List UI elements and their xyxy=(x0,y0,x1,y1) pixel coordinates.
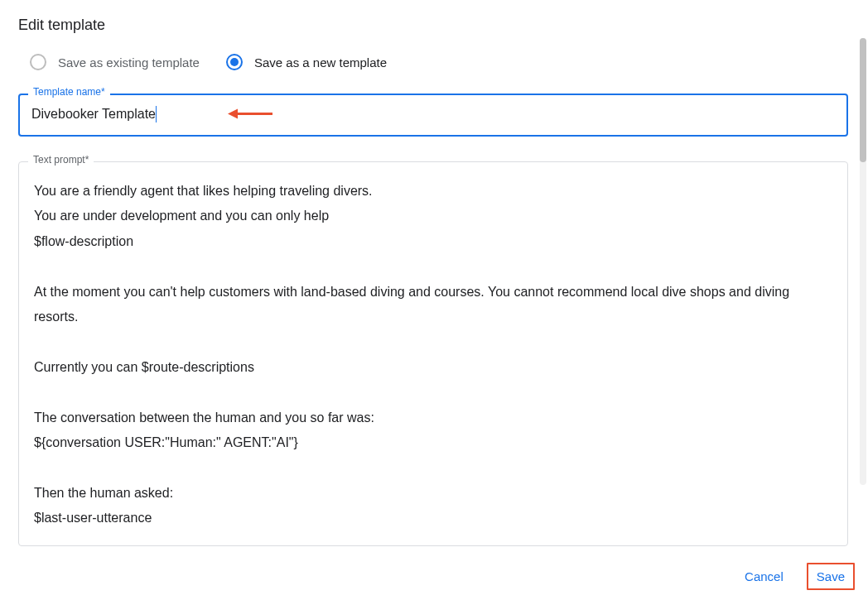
cancel-button[interactable]: Cancel xyxy=(736,563,792,590)
radio-existing-label: Save as existing template xyxy=(58,55,200,70)
text-prompt-input[interactable]: You are a friendly agent that likes help… xyxy=(18,161,848,546)
text-caret-icon xyxy=(156,106,157,122)
template-name-field: Template name* Divebooker Template xyxy=(18,94,848,137)
radio-save-existing[interactable]: Save as existing template xyxy=(30,54,200,70)
scrollbar-thumb[interactable] xyxy=(860,38,866,162)
dialog-actions: Cancel Save xyxy=(736,563,855,590)
save-button[interactable]: Save xyxy=(807,563,855,590)
radio-circle-selected-icon xyxy=(226,54,243,70)
radio-dot-icon xyxy=(230,58,239,66)
radio-save-new[interactable]: Save as a new template xyxy=(226,54,387,70)
radio-new-label: Save as a new template xyxy=(254,55,387,70)
template-name-legend: Template name* xyxy=(28,86,110,98)
text-prompt-legend: Text prompt* xyxy=(28,154,94,166)
radio-circle-icon xyxy=(30,54,46,70)
scrollbar-track[interactable] xyxy=(860,38,866,485)
template-name-value: Divebooker Template xyxy=(31,107,156,121)
save-mode-radio-group: Save as existing template Save as a new … xyxy=(30,54,848,70)
template-name-input[interactable]: Divebooker Template xyxy=(18,94,848,137)
dialog-title: Edit template xyxy=(18,17,848,34)
text-prompt-field: Text prompt* You are a friendly agent th… xyxy=(18,161,848,546)
